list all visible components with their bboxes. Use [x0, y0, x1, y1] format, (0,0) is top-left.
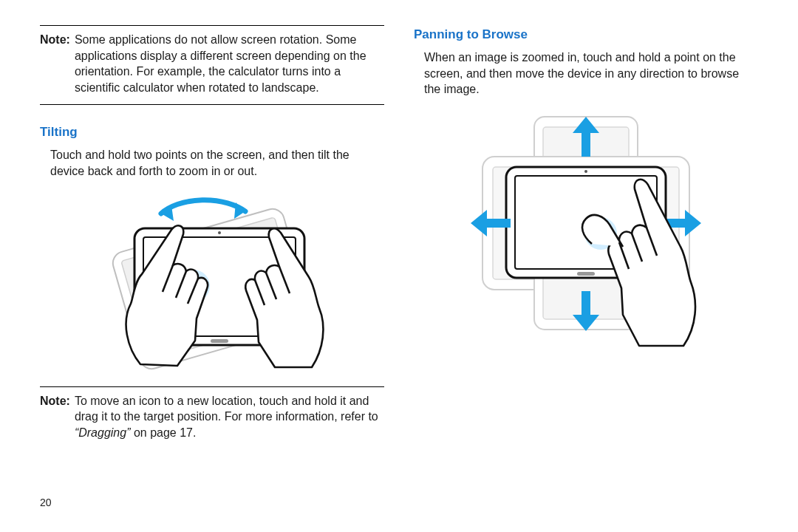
horizontal-rule — [40, 104, 384, 105]
note-text-part: To move an icon to a new location, touch… — [75, 395, 378, 423]
paragraph-tilting: Touch and hold two points on the screen,… — [50, 147, 384, 179]
svg-marker-26 — [471, 210, 487, 236]
horizontal-rule — [40, 386, 384, 387]
horizontal-rule — [40, 25, 384, 26]
note-text-part: on page 17. — [130, 426, 196, 439]
svg-point-4 — [218, 231, 221, 234]
tilting-illustration — [90, 193, 334, 370]
svg-point-18 — [584, 170, 587, 173]
note-text-italic: “Dragging” — [75, 426, 131, 439]
svg-rect-23 — [582, 291, 590, 318]
figure-tilting — [90, 193, 334, 370]
note-text: To move an icon to a new location, touch… — [75, 393, 384, 441]
note-block: Note: To move an icon to a new location,… — [40, 393, 384, 441]
left-column: Note: Some applications do not allow scr… — [40, 22, 384, 510]
paragraph-panning: When an image is zoomed in, touch and ho… — [424, 50, 758, 98]
svg-rect-19 — [577, 272, 595, 276]
note-block: Note: Some applications do not allow scr… — [40, 32, 384, 95]
note-text: Some applications do not allow screen ro… — [75, 32, 384, 95]
note-label: Note: — [40, 32, 70, 95]
heading-tilting: Tilting — [40, 124, 384, 141]
svg-marker-28 — [685, 210, 701, 236]
right-column: Panning to Browse When an image is zoome… — [414, 22, 758, 510]
svg-rect-25 — [484, 219, 511, 228]
svg-rect-5 — [211, 339, 228, 343]
manual-page: Note: Some applications do not allow scr… — [0, 0, 798, 532]
figure-panning — [453, 111, 719, 347]
heading-panning: Panning to Browse — [414, 27, 758, 44]
svg-rect-21 — [582, 130, 590, 157]
page-number: 20 — [40, 496, 384, 510]
panning-illustration — [453, 111, 719, 347]
note-label: Note: — [40, 393, 70, 441]
